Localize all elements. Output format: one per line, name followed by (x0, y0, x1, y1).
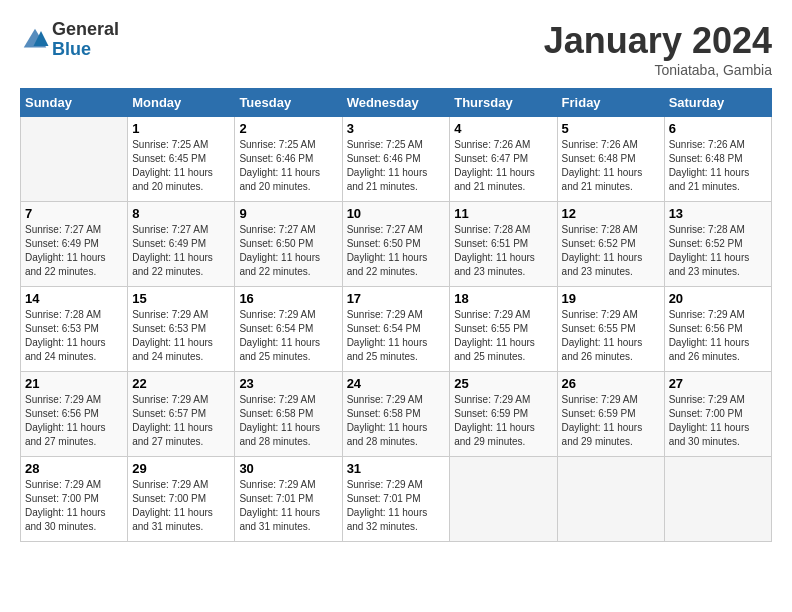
calendar-header-sunday: Sunday (21, 89, 128, 117)
day-number: 8 (132, 206, 230, 221)
table-row: 24Sunrise: 7:29 AM Sunset: 6:58 PM Dayli… (342, 372, 450, 457)
day-number: 3 (347, 121, 446, 136)
day-number: 9 (239, 206, 337, 221)
day-info: Sunrise: 7:27 AM Sunset: 6:50 PM Dayligh… (347, 223, 446, 279)
month-title: January 2024 (544, 20, 772, 62)
table-row: 21Sunrise: 7:29 AM Sunset: 6:56 PM Dayli… (21, 372, 128, 457)
day-info: Sunrise: 7:29 AM Sunset: 7:01 PM Dayligh… (239, 478, 337, 534)
day-info: Sunrise: 7:29 AM Sunset: 6:59 PM Dayligh… (562, 393, 660, 449)
calendar-header-saturday: Saturday (664, 89, 771, 117)
day-number: 5 (562, 121, 660, 136)
table-row: 8Sunrise: 7:27 AM Sunset: 6:49 PM Daylig… (128, 202, 235, 287)
table-row: 10Sunrise: 7:27 AM Sunset: 6:50 PM Dayli… (342, 202, 450, 287)
day-info: Sunrise: 7:25 AM Sunset: 6:46 PM Dayligh… (347, 138, 446, 194)
logo-blue: Blue (52, 40, 119, 60)
day-number: 17 (347, 291, 446, 306)
day-number: 21 (25, 376, 123, 391)
day-info: Sunrise: 7:29 AM Sunset: 6:54 PM Dayligh… (347, 308, 446, 364)
table-row: 17Sunrise: 7:29 AM Sunset: 6:54 PM Dayli… (342, 287, 450, 372)
table-row: 13Sunrise: 7:28 AM Sunset: 6:52 PM Dayli… (664, 202, 771, 287)
logo-general: General (52, 20, 119, 40)
day-number: 11 (454, 206, 552, 221)
calendar-week-4: 21Sunrise: 7:29 AM Sunset: 6:56 PM Dayli… (21, 372, 772, 457)
day-info: Sunrise: 7:29 AM Sunset: 7:00 PM Dayligh… (669, 393, 767, 449)
day-number: 12 (562, 206, 660, 221)
day-info: Sunrise: 7:26 AM Sunset: 6:48 PM Dayligh… (562, 138, 660, 194)
table-row: 1Sunrise: 7:25 AM Sunset: 6:45 PM Daylig… (128, 117, 235, 202)
table-row: 23Sunrise: 7:29 AM Sunset: 6:58 PM Dayli… (235, 372, 342, 457)
table-row: 22Sunrise: 7:29 AM Sunset: 6:57 PM Dayli… (128, 372, 235, 457)
calendar-week-5: 28Sunrise: 7:29 AM Sunset: 7:00 PM Dayli… (21, 457, 772, 542)
table-row (450, 457, 557, 542)
day-info: Sunrise: 7:29 AM Sunset: 6:55 PM Dayligh… (562, 308, 660, 364)
day-info: Sunrise: 7:29 AM Sunset: 6:57 PM Dayligh… (132, 393, 230, 449)
day-info: Sunrise: 7:29 AM Sunset: 7:01 PM Dayligh… (347, 478, 446, 534)
day-info: Sunrise: 7:29 AM Sunset: 6:54 PM Dayligh… (239, 308, 337, 364)
day-number: 16 (239, 291, 337, 306)
day-number: 18 (454, 291, 552, 306)
day-number: 24 (347, 376, 446, 391)
table-row: 18Sunrise: 7:29 AM Sunset: 6:55 PM Dayli… (450, 287, 557, 372)
table-row: 15Sunrise: 7:29 AM Sunset: 6:53 PM Dayli… (128, 287, 235, 372)
title-area: January 2024 Toniataba, Gambia (544, 20, 772, 78)
day-number: 25 (454, 376, 552, 391)
day-info: Sunrise: 7:29 AM Sunset: 7:00 PM Dayligh… (132, 478, 230, 534)
calendar-header-tuesday: Tuesday (235, 89, 342, 117)
table-row: 14Sunrise: 7:28 AM Sunset: 6:53 PM Dayli… (21, 287, 128, 372)
day-number: 6 (669, 121, 767, 136)
table-row: 30Sunrise: 7:29 AM Sunset: 7:01 PM Dayli… (235, 457, 342, 542)
day-number: 14 (25, 291, 123, 306)
day-info: Sunrise: 7:29 AM Sunset: 6:59 PM Dayligh… (454, 393, 552, 449)
table-row: 12Sunrise: 7:28 AM Sunset: 6:52 PM Dayli… (557, 202, 664, 287)
day-info: Sunrise: 7:29 AM Sunset: 7:00 PM Dayligh… (25, 478, 123, 534)
table-row: 4Sunrise: 7:26 AM Sunset: 6:47 PM Daylig… (450, 117, 557, 202)
day-number: 27 (669, 376, 767, 391)
day-info: Sunrise: 7:29 AM Sunset: 6:56 PM Dayligh… (669, 308, 767, 364)
table-row: 29Sunrise: 7:29 AM Sunset: 7:00 PM Dayli… (128, 457, 235, 542)
calendar-header-wednesday: Wednesday (342, 89, 450, 117)
day-number: 22 (132, 376, 230, 391)
day-info: Sunrise: 7:29 AM Sunset: 6:55 PM Dayligh… (454, 308, 552, 364)
table-row: 7Sunrise: 7:27 AM Sunset: 6:49 PM Daylig… (21, 202, 128, 287)
table-row (21, 117, 128, 202)
day-info: Sunrise: 7:26 AM Sunset: 6:47 PM Dayligh… (454, 138, 552, 194)
day-info: Sunrise: 7:28 AM Sunset: 6:51 PM Dayligh… (454, 223, 552, 279)
day-number: 30 (239, 461, 337, 476)
day-info: Sunrise: 7:26 AM Sunset: 6:48 PM Dayligh… (669, 138, 767, 194)
table-row: 9Sunrise: 7:27 AM Sunset: 6:50 PM Daylig… (235, 202, 342, 287)
day-number: 23 (239, 376, 337, 391)
logo: General Blue (20, 20, 119, 60)
day-info: Sunrise: 7:28 AM Sunset: 6:52 PM Dayligh… (562, 223, 660, 279)
table-row: 20Sunrise: 7:29 AM Sunset: 6:56 PM Dayli… (664, 287, 771, 372)
table-row (557, 457, 664, 542)
calendar-week-3: 14Sunrise: 7:28 AM Sunset: 6:53 PM Dayli… (21, 287, 772, 372)
day-info: Sunrise: 7:27 AM Sunset: 6:49 PM Dayligh… (132, 223, 230, 279)
day-number: 1 (132, 121, 230, 136)
day-number: 29 (132, 461, 230, 476)
table-row: 27Sunrise: 7:29 AM Sunset: 7:00 PM Dayli… (664, 372, 771, 457)
table-row: 3Sunrise: 7:25 AM Sunset: 6:46 PM Daylig… (342, 117, 450, 202)
day-number: 28 (25, 461, 123, 476)
table-row: 11Sunrise: 7:28 AM Sunset: 6:51 PM Dayli… (450, 202, 557, 287)
calendar-week-2: 7Sunrise: 7:27 AM Sunset: 6:49 PM Daylig… (21, 202, 772, 287)
day-info: Sunrise: 7:27 AM Sunset: 6:49 PM Dayligh… (25, 223, 123, 279)
day-number: 31 (347, 461, 446, 476)
calendar-header-monday: Monday (128, 89, 235, 117)
logo-text: General Blue (52, 20, 119, 60)
location: Toniataba, Gambia (544, 62, 772, 78)
table-row (664, 457, 771, 542)
day-number: 10 (347, 206, 446, 221)
day-number: 2 (239, 121, 337, 136)
table-row: 31Sunrise: 7:29 AM Sunset: 7:01 PM Dayli… (342, 457, 450, 542)
table-row: 16Sunrise: 7:29 AM Sunset: 6:54 PM Dayli… (235, 287, 342, 372)
day-number: 15 (132, 291, 230, 306)
day-info: Sunrise: 7:29 AM Sunset: 6:56 PM Dayligh… (25, 393, 123, 449)
day-number: 20 (669, 291, 767, 306)
day-info: Sunrise: 7:25 AM Sunset: 6:46 PM Dayligh… (239, 138, 337, 194)
calendar-week-1: 1Sunrise: 7:25 AM Sunset: 6:45 PM Daylig… (21, 117, 772, 202)
table-row: 19Sunrise: 7:29 AM Sunset: 6:55 PM Dayli… (557, 287, 664, 372)
day-info: Sunrise: 7:29 AM Sunset: 6:53 PM Dayligh… (132, 308, 230, 364)
day-number: 7 (25, 206, 123, 221)
table-row: 25Sunrise: 7:29 AM Sunset: 6:59 PM Dayli… (450, 372, 557, 457)
table-row: 2Sunrise: 7:25 AM Sunset: 6:46 PM Daylig… (235, 117, 342, 202)
